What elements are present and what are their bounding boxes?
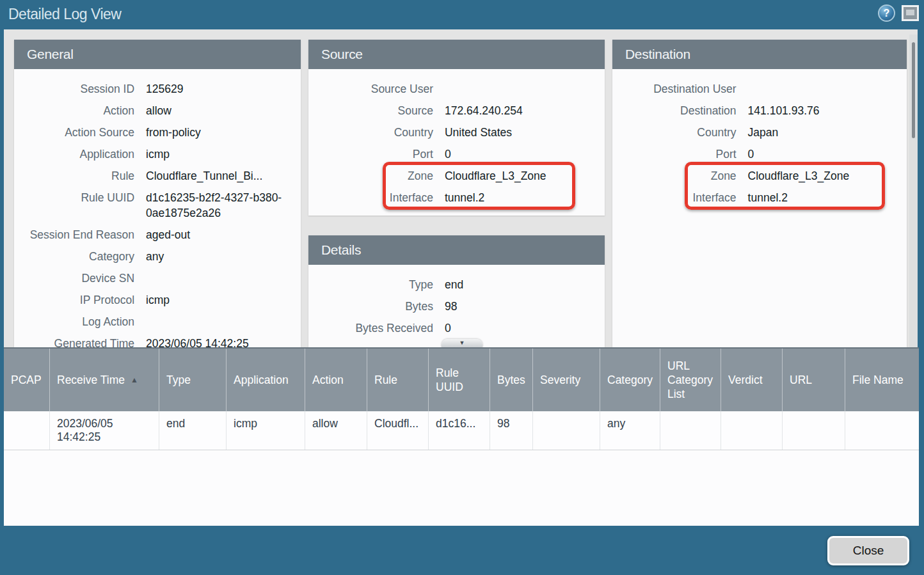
column-header-file-name[interactable]: File Name <box>845 349 919 411</box>
column-label: Application <box>234 373 289 387</box>
field-value: 141.101.93.76 <box>748 103 907 118</box>
field-label: Device SN <box>14 271 146 286</box>
field-label: Port <box>308 146 445 162</box>
field-label: Interface <box>612 190 748 205</box>
field-value <box>146 271 301 286</box>
field-value: any <box>146 249 301 264</box>
source-panel-body: Source User Source172.64.240.254 Country… <box>308 69 605 209</box>
general-panel: General Session ID125629 Actionallow Act… <box>14 40 301 347</box>
field-value: tunnel.2 <box>748 190 907 205</box>
field-label: Category <box>14 249 146 264</box>
cell-bytes: 98 <box>490 411 533 450</box>
panel-splitter-handle[interactable]: ▼ <box>442 339 482 347</box>
field-value: 98 <box>445 299 605 314</box>
field-row-bytes: Bytes98 <box>308 295 605 317</box>
column-header-pcap[interactable]: PCAP <box>4 349 50 411</box>
cell-type: end <box>159 411 227 450</box>
field-value: d1c16235-b2f2-4327-b380-0ae1875e2a26 <box>146 190 301 221</box>
general-panel-body: Session ID125629 Actionallow Action Sour… <box>14 69 301 347</box>
field-value <box>748 81 907 97</box>
field-value: Cloudflare_Tunnel_Bi... <box>146 168 301 184</box>
field-row-generated-time: Generated Time2023/06/05 14:42:25 <box>14 333 301 347</box>
field-row-zone: ZoneCloudflare_L3_Zone <box>612 165 907 187</box>
source-panel-title: Source <box>308 40 605 69</box>
field-label: Session ID <box>14 81 146 97</box>
column-label: Category <box>607 373 653 387</box>
field-row-interface: Interfacetunnel.2 <box>612 187 907 209</box>
window-restore-icon[interactable] <box>902 5 919 21</box>
close-button[interactable]: Close <box>827 536 909 565</box>
field-row-bytes-received: Bytes Received0 <box>308 317 605 339</box>
field-value <box>445 81 605 97</box>
log-table-row[interactable]: 2023/06/05 14:42:25 end icmp allow Cloud… <box>4 411 919 450</box>
field-row-interface: Interfacetunnel.2 <box>308 187 605 209</box>
panels-scrollbar-thumb[interactable] <box>912 42 915 138</box>
column-header-action[interactable]: Action <box>305 349 367 411</box>
field-value: 172.64.240.254 <box>445 103 605 118</box>
cell-application: icmp <box>227 411 305 450</box>
field-label: Action <box>14 103 146 118</box>
field-label: Destination <box>612 103 748 118</box>
panels-scrollbar-track[interactable] <box>909 35 918 347</box>
detailed-log-view-dialog: Detailed Log View ? General Session ID12… <box>0 0 924 575</box>
column-header-severity[interactable]: Severity <box>533 349 600 411</box>
help-icon[interactable]: ? <box>878 4 895 22</box>
column-label: Action <box>312 373 344 387</box>
column-label: Bytes <box>497 373 525 387</box>
column-header-category[interactable]: Category <box>600 349 660 411</box>
column-header-rule[interactable]: Rule <box>367 349 429 411</box>
field-row-rule: RuleCloudflare_Tunnel_Bi... <box>14 165 301 187</box>
column-label: File Name <box>852 373 904 387</box>
title-bar: Detailed Log View ? <box>0 0 924 29</box>
details-panel: Details Typeend Bytes98 Bytes Received0 <box>308 235 605 347</box>
field-label: Source <box>308 103 445 118</box>
dialog-title: Detailed Log View <box>8 6 121 23</box>
field-value <box>146 314 301 329</box>
details-panel-title: Details <box>308 235 605 265</box>
field-row-source: Source172.64.240.254 <box>308 100 605 122</box>
column-label: PCAP <box>11 373 42 387</box>
field-row-log-action: Log Action <box>14 311 301 333</box>
field-label: Rule <box>14 168 146 184</box>
field-label: Generated Time <box>14 336 146 347</box>
log-table: PCAP Receive Time▲ Type Application Acti… <box>4 347 919 526</box>
field-value: 125629 <box>146 81 301 97</box>
column-header-verdict[interactable]: Verdict <box>721 349 783 411</box>
window-restore-icon-inner <box>906 10 914 15</box>
column-header-url-category-list[interactable]: URL Category List <box>660 349 721 411</box>
detail-panels-region: General Session ID125629 Actionallow Act… <box>4 29 918 347</box>
column-header-url[interactable]: URL <box>783 349 845 411</box>
field-label: Bytes <box>308 299 445 314</box>
log-table-header: PCAP Receive Time▲ Type Application Acti… <box>4 347 919 411</box>
column-header-rule-uuid[interactable]: Rule UUID <box>429 349 490 411</box>
field-value: Cloudflare_L3_Zone <box>445 168 605 184</box>
column-label: URL Category List <box>667 359 713 401</box>
field-value: 0 <box>445 146 605 162</box>
field-label: Session End Reason <box>14 227 146 242</box>
field-value: aged-out <box>146 227 301 242</box>
column-label: Verdict <box>728 373 763 387</box>
source-panel: Source Source User Source172.64.240.254 … <box>308 40 605 216</box>
field-value: icmp <box>146 292 301 308</box>
field-value: icmp <box>146 146 301 162</box>
field-row-ip-protocol: IP Protocolicmp <box>14 289 301 311</box>
field-row-action-source: Action Sourcefrom-policy <box>14 122 301 143</box>
field-label: Log Action <box>14 314 146 329</box>
column-header-bytes[interactable]: Bytes <box>490 349 533 411</box>
column-header-type[interactable]: Type <box>159 349 227 411</box>
field-label: Zone <box>612 168 748 184</box>
destination-panel: Destination Destination User Destination… <box>612 40 907 347</box>
field-value: 0 <box>445 320 605 336</box>
field-value: Japan <box>748 125 907 140</box>
field-label: Country <box>308 125 445 140</box>
column-header-receive-time[interactable]: Receive Time▲ <box>50 349 159 411</box>
cell-receive-time: 2023/06/05 14:42:25 <box>50 411 159 450</box>
field-row-session-end-reason: Session End Reasonaged-out <box>14 224 301 246</box>
field-row-destination-user: Destination User <box>612 78 907 100</box>
column-label: Type <box>166 373 191 387</box>
destination-panel-body: Destination User Destination141.101.93.7… <box>612 69 907 209</box>
column-header-application[interactable]: Application <box>227 349 305 411</box>
field-row-country: CountryJapan <box>612 122 907 143</box>
field-label: Destination User <box>612 81 748 97</box>
cell-rule-uuid: d1c16... <box>429 411 490 450</box>
